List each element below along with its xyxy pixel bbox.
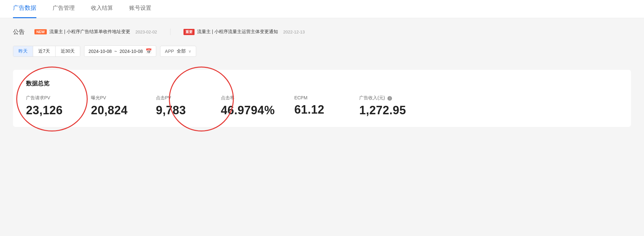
nav-item-ad-management[interactable]: 广告管理: [53, 0, 75, 18]
announcement-bar: 公告 NEW 流量主 | 小程序广告结算单收件地址变更 2023-02-02 重…: [13, 28, 631, 36]
calendar-icon: 📅: [145, 48, 152, 54]
top-nav: 广告数据 广告管理 收入结算 账号设置: [0, 0, 644, 18]
info-icon[interactable]: i: [387, 96, 392, 101]
date-separator: ~: [114, 49, 117, 54]
metric-label-exposure: 曝光PV: [91, 95, 136, 101]
announcement-label: 公告: [13, 28, 25, 36]
announcement-date-1: 2023-02-02: [135, 30, 157, 34]
metric-value-ad-request: 23,126: [26, 104, 71, 117]
announcement-text-2: 流量主 | 小程序流量主运营主体变更通知: [197, 29, 278, 35]
metric-value-click-rate: 46.9794%: [221, 104, 275, 117]
metric-value-revenue: 1,272.95: [359, 104, 406, 117]
data-section-wrapper: 数据总览 广告请求PV 23,126 曝光PV 20,824 点击PV 9,78…: [13, 70, 631, 127]
metric-label-click: 点击PV: [156, 95, 201, 101]
metric-click-pv: 点击PV 9,783: [156, 95, 201, 117]
app-filter-label: APP: [165, 49, 174, 54]
metric-label-ad-request: 广告请求PV: [26, 95, 71, 101]
main-content: 公告 NEW 流量主 | 小程序广告结算单收件地址变更 2023-02-02 重…: [0, 18, 644, 137]
page-container: 广告数据 广告管理 收入结算 账号设置 公告 NEW 流量主 | 小程序广告结算…: [0, 0, 644, 236]
app-filter[interactable]: APP 全部 ∨: [160, 46, 196, 57]
data-overview: 数据总览 广告请求PV 23,126 曝光PV 20,824 点击PV 9,78…: [13, 70, 631, 127]
section-title: 数据总览: [26, 80, 618, 87]
metric-ad-revenue: 广告收入(元) i 1,272.95: [359, 95, 406, 117]
date-btn-30days[interactable]: 近30天: [56, 46, 80, 56]
badge-new: NEW: [34, 29, 47, 34]
date-from: 2024-10-08: [88, 49, 112, 54]
badge-important: 重要: [183, 29, 195, 35]
metric-label-click-rate: 点击率: [221, 95, 275, 101]
date-btn-yesterday[interactable]: 昨天: [13, 46, 33, 56]
nav-item-account[interactable]: 账号设置: [129, 0, 151, 18]
nav-item-income[interactable]: 收入结算: [91, 0, 113, 18]
filter-bar: 昨天 近7天 近30天 2024-10-08 ~ 2024-10-08 📅 AP…: [13, 45, 631, 57]
announcement-divider: [170, 29, 170, 35]
date-btn-group: 昨天 近7天 近30天: [13, 46, 80, 57]
date-range-picker[interactable]: 2024-10-08 ~ 2024-10-08 📅: [84, 45, 156, 57]
metric-label-ecpm: ECPM: [294, 95, 340, 100]
announcement-date-2: 2022-12-13: [283, 30, 305, 34]
app-filter-value: 全部: [177, 48, 186, 54]
announcement-item-1[interactable]: NEW 流量主 | 小程序广告结算单收件地址变更 2023-02-02: [34, 29, 157, 35]
metrics-grid: 广告请求PV 23,126 曝光PV 20,824 点击PV 9,783 点击率…: [26, 95, 618, 117]
metric-ecpm: ECPM 61.12: [294, 95, 340, 117]
metric-value-ecpm: 61.12: [294, 103, 340, 117]
announcement-text-1: 流量主 | 小程序广告结算单收件地址变更: [49, 29, 130, 35]
date-btn-7days[interactable]: 近7天: [33, 46, 56, 56]
metric-label-revenue: 广告收入(元) i: [359, 95, 406, 101]
nav-item-ad-data[interactable]: 广告数据: [13, 0, 36, 18]
chevron-down-icon: ∨: [188, 49, 191, 54]
metric-exposure-pv: 曝光PV 20,824: [91, 95, 136, 117]
metric-ad-request-pv: 广告请求PV 23,126: [26, 95, 71, 117]
metric-value-exposure: 20,824: [91, 104, 136, 117]
metric-click-rate: 点击率 46.9794%: [221, 95, 275, 117]
date-to: 2024-10-08: [120, 49, 143, 54]
announcement-item-2[interactable]: 重要 流量主 | 小程序流量主运营主体变更通知 2022-12-13: [183, 29, 305, 35]
metric-value-click: 9,783: [156, 104, 201, 117]
